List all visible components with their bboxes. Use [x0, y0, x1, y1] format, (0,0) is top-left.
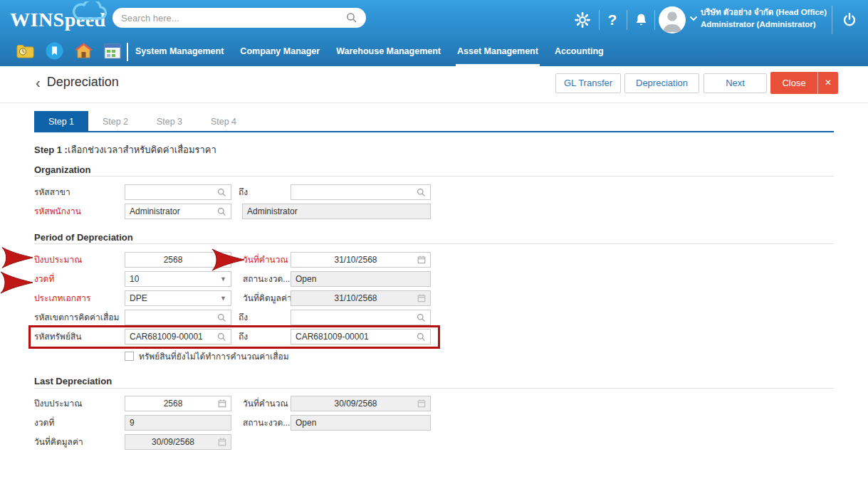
depre-area-label: รหัสเขตการคิดค่าเสื่อม — [34, 310, 119, 325]
depreciation-page: WINSpeed ? — [0, 0, 868, 479]
cloud-icon — [67, 1, 111, 21]
depre-area-from-field[interactable] — [125, 310, 231, 325]
doc-type-dropdown[interactable]: DPE ▼ — [125, 290, 231, 306]
menu-asset-management[interactable]: Asset Management — [456, 39, 540, 66]
chevron-down-icon[interactable] — [689, 16, 698, 21]
doc-type-label: ประเภทเอกสาร — [34, 290, 91, 306]
page-toolbar: ‹ Depreciation GL Transfer Depreciation … — [0, 66, 868, 103]
settings-button[interactable] — [572, 0, 592, 39]
menu-company-manager[interactable]: Company Manager — [239, 39, 321, 66]
uncalculated-assets-label: ทรัพย์สินที่ยังไม่ได้ทำการคำนวณค่าเสื่อม — [139, 349, 289, 363]
period-no-label: งวดที่ — [34, 271, 54, 287]
asset-code-to-field[interactable]: CAR681009-00001 — [291, 329, 431, 344]
search-icon — [417, 332, 426, 342]
period-status-field: Open — [291, 271, 431, 287]
quick-icons — [16, 41, 122, 60]
search-icon — [217, 188, 226, 197]
global-search[interactable] — [113, 8, 366, 28]
tab-step-1[interactable]: Step 1 — [34, 111, 88, 132]
avatar[interactable] — [659, 6, 686, 33]
step-description: Step 1 :เลือกช่วงเวลาสำหรับคิดค่าเสื่อมร… — [34, 142, 216, 157]
search-icon — [417, 313, 426, 322]
section-organization: Organization — [34, 164, 90, 175]
page-title-block: ‹ Depreciation — [36, 75, 119, 90]
depre-area-to-field[interactable] — [291, 310, 431, 325]
branch-from-field[interactable] — [125, 184, 231, 200]
calendar-icon — [218, 256, 226, 264]
section-period-of-depreciation: Period of Depreciation — [34, 232, 133, 243]
last-period-status-label: สถานะงวด... — [243, 415, 290, 431]
home-button[interactable] — [74, 41, 93, 60]
calendar-icon — [417, 294, 426, 302]
branch-to-field[interactable] — [291, 184, 431, 200]
last-calc-date-label: วันที่คำนวณ — [243, 396, 288, 411]
search-icon — [217, 207, 226, 216]
last-period-no-label: งวดที่ — [34, 415, 54, 431]
company-name: บริษัท ตัวอย่าง จำกัด (Head Office) — [701, 6, 827, 19]
fiscal-year-label: ปีงบประมาณ — [34, 252, 82, 268]
uncalculated-assets-row: ทรัพย์สินที่ยังไม่ได้ทำการคำนวณค่าเสื่อม — [125, 349, 289, 363]
help-button[interactable]: ? — [604, 0, 621, 39]
search-icon — [217, 313, 226, 322]
recent-folder-button[interactable] — [16, 41, 34, 60]
menu-system-management[interactable]: System Management — [134, 39, 225, 66]
notifications-button[interactable] — [631, 0, 651, 39]
calendar-icon — [104, 43, 121, 59]
logout-button[interactable] — [839, 0, 860, 39]
gear-icon — [575, 12, 590, 28]
app-header: WINSpeed ? — [0, 0, 868, 66]
close-x-button[interactable]: ✕ — [817, 72, 838, 94]
employee-from-field[interactable]: Administrator — [125, 204, 231, 219]
step-description-bold: Step 1 : — [34, 144, 68, 155]
annotation-arrow-fiscal-year — [1, 246, 34, 269]
divider — [627, 10, 627, 30]
employee-to-field: Administrator — [242, 204, 431, 219]
asset-code-label: รหัสทรัพย์สิน — [34, 329, 82, 344]
menu-accounting[interactable]: Accounting — [553, 39, 605, 66]
last-period-no-field: 9 — [125, 415, 231, 431]
tab-step-3[interactable]: Step 3 — [142, 111, 197, 132]
help-icon: ? — [608, 11, 617, 28]
to-label: ถึง — [239, 329, 248, 344]
menu-warehouse-management[interactable]: Warehouse Management — [335, 39, 442, 66]
gl-transfer-button[interactable]: GL Transfer — [555, 73, 621, 93]
last-period-status-field: Open — [291, 415, 431, 431]
period-no-dropdown[interactable]: 10 ▼ — [125, 271, 231, 287]
search-input[interactable] — [121, 13, 346, 23]
last-value-date-field: 30/09/2568 — [125, 434, 231, 450]
main-menu: System Management Company Manager Wareho… — [134, 39, 605, 66]
chevron-down-icon: ▼ — [220, 295, 226, 302]
divider — [127, 43, 128, 61]
bell-icon — [634, 12, 649, 28]
company-user-block[interactable]: บริษัท ตัวอย่าง จำกัด (Head Office) Admi… — [701, 6, 827, 30]
annotation-arrow-period-no — [0, 269, 34, 296]
divider — [599, 10, 600, 30]
divider — [34, 243, 834, 244]
section-last-depreciation: Last Depreciation — [34, 376, 112, 386]
branch-code-label: รหัสสาขา — [34, 184, 70, 200]
search-icon — [417, 188, 426, 197]
last-fiscal-year-field[interactable]: 2568 — [125, 396, 231, 411]
divider — [34, 176, 834, 177]
page-title: Depreciation — [47, 75, 119, 90]
bookmark-button[interactable] — [45, 41, 63, 60]
close-button[interactable]: Close — [770, 72, 817, 94]
tab-step-2[interactable]: Step 2 — [88, 111, 142, 132]
calendar-button[interactable] — [103, 41, 122, 60]
employee-code-label: รหัสพนักงาน — [34, 204, 81, 219]
power-icon — [842, 12, 857, 28]
asset-code-from-field[interactable]: CAR681009-00001 — [125, 329, 231, 344]
period-status-label: สถานะงวด... — [243, 271, 290, 287]
uncalculated-assets-checkbox[interactable] — [125, 352, 134, 361]
next-button[interactable]: Next — [704, 73, 767, 93]
fiscal-year-field[interactable]: 2568 — [125, 252, 231, 268]
calendar-icon — [218, 438, 226, 446]
to-label: ถึง — [239, 310, 248, 325]
back-chevron-icon[interactable]: ‹ — [36, 75, 41, 90]
calc-date-field[interactable]: 31/10/2568 — [291, 252, 431, 268]
divider — [832, 6, 832, 34]
depreciation-button[interactable]: Depreciation — [624, 73, 699, 93]
tab-step-4[interactable]: Step 4 — [197, 111, 251, 132]
to-label: ถึง — [239, 184, 248, 200]
search-icon — [346, 12, 357, 23]
